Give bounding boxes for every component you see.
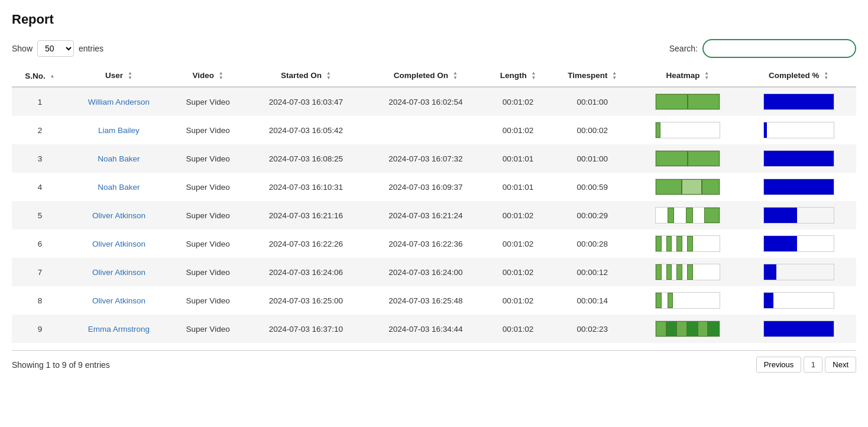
completed-pct-cell [741,87,856,116]
search-input[interactable] [702,39,856,58]
heatmap-cell [634,315,741,343]
table-row: 4Noah BakerSuper Video2024-07-03 16:10:3… [12,173,856,201]
table-row: 3Noah BakerSuper Video2024-07-03 16:08:2… [12,144,856,173]
table-row: 7Oliver AtkinsonSuper Video2024-07-03 16… [12,258,856,286]
col-video[interactable]: Video ▲▼ [170,65,246,87]
report-table: S.No. ▲ User ▲▼ Video ▲▼ Started On ▲▼ C… [12,65,856,343]
col-timespent[interactable]: Timespent ▲▼ [550,65,634,87]
col-completed-pct[interactable]: Completed % ▲▼ [741,65,856,87]
completed-pct-cell [741,201,856,229]
heatmap-cell [634,258,741,286]
completed-pct-cell [741,229,856,258]
page-title: Report [12,12,856,27]
entries-select[interactable]: 102550100 [37,40,74,57]
heatmap-cell [634,286,741,315]
col-started-on[interactable]: Started On ▲▼ [246,65,365,87]
col-completed-on[interactable]: Completed On ▲▼ [366,65,485,87]
next-button[interactable]: Next [825,357,856,373]
table-row: 2Liam BaileySuper Video2024-07-03 16:05:… [12,116,856,144]
completed-pct-cell [741,315,856,343]
heatmap-cell [634,201,741,229]
table-row: 5Oliver AtkinsonSuper Video2024-07-03 16… [12,201,856,229]
col-heatmap[interactable]: Heatmap ▲▼ [634,65,741,87]
col-user[interactable]: User ▲▼ [68,65,170,87]
completed-pct-cell [741,258,856,286]
entries-label: entries [79,44,103,53]
showing-text: Showing 1 to 9 of 9 entries [12,360,110,370]
search-label: Search: [669,44,698,53]
show-label: Show [12,44,33,53]
col-sno[interactable]: S.No. ▲ [12,65,68,87]
prev-button[interactable]: Previous [756,357,802,373]
table-row: 1William AndersonSuper Video2024-07-03 1… [12,87,856,116]
table-header-row: S.No. ▲ User ▲▼ Video ▲▼ Started On ▲▼ C… [12,65,856,87]
heatmap-cell [634,87,741,116]
completed-pct-cell [741,173,856,201]
col-length[interactable]: Length ▲▼ [485,65,550,87]
heatmap-cell [634,144,741,173]
completed-pct-cell [741,116,856,144]
completed-pct-cell [741,144,856,173]
current-page: 1 [804,357,822,373]
heatmap-cell [634,229,741,258]
table-row: 9Emma ArmstrongSuper Video2024-07-03 16:… [12,315,856,343]
table-row: 8Oliver AtkinsonSuper Video2024-07-03 16… [12,286,856,315]
pagination: Previous 1 Next [756,357,856,373]
completed-pct-cell [741,286,856,315]
heatmap-cell [634,173,741,201]
table-row: 6Oliver AtkinsonSuper Video2024-07-03 16… [12,229,856,258]
heatmap-cell [634,116,741,144]
